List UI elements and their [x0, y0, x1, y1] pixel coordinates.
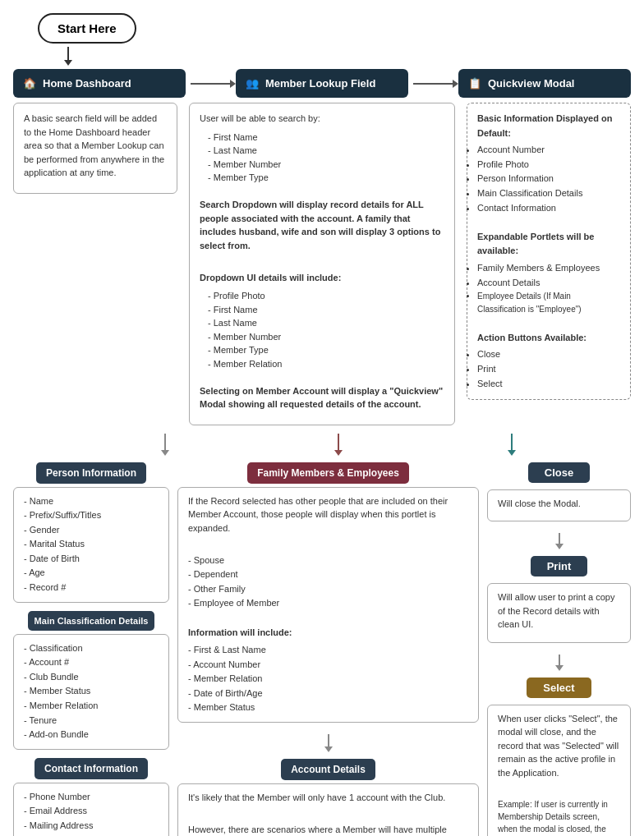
quickview-desc-box: Basic Information Displayed on Default: … — [467, 103, 631, 400]
family-info-title: Information will include: — [188, 626, 468, 640]
select-action: Select When user clicks "Select", the mo… — [487, 678, 631, 837]
family-type: Other Family — [188, 582, 468, 597]
member-search-list: First Name Last Name Member Number Membe… — [200, 131, 444, 185]
search-item: Member Number — [208, 158, 444, 172]
ui-item: First Name — [208, 303, 444, 317]
family-info-item: Account Number — [188, 658, 468, 673]
close-desc: Will close the Modal. — [498, 497, 620, 511]
qv-basic-list: Account Number Profile Photo Person Info… — [477, 143, 620, 215]
member-dropdown-desc: Search Dropdown will display record deta… — [200, 198, 444, 252]
left-column: Person Information Name Prefix/Suffix/Ti… — [13, 462, 169, 837]
select-button-label: Select — [527, 678, 591, 698]
family-members-box: If the Record selected has other people … — [177, 487, 479, 723]
top-level-row: 🏠 Home Dashboard 👥 Member Lookup Field 📋… — [13, 69, 631, 98]
contact-item: Mailing Address — [24, 819, 159, 834]
contact-item: Email Address — [24, 804, 159, 819]
qv-action-item: Select — [477, 377, 620, 392]
contact-item: Phone Number — [24, 790, 159, 805]
family-members-header: Family Members & Employees — [247, 462, 409, 484]
person-info-item: Gender — [24, 523, 159, 538]
person-info-item: Prefix/Suffix/Titles — [24, 508, 159, 523]
classification-item: Add-on Bundle — [24, 728, 159, 742]
person-info-box: Name Prefix/Suffix/Titles Gender Marital… — [13, 487, 169, 603]
close-desc-box: Will close the Modal. — [487, 489, 631, 522]
qv-basic-item: Person Information — [477, 172, 620, 186]
classification-item: Account # — [24, 655, 159, 670]
family-info-item: Member Relation — [188, 672, 468, 687]
qv-basic-item: Main Classification Details — [477, 186, 620, 201]
select-desc: When user clicks "Select", the modal wil… — [498, 712, 620, 780]
start-here-label: Start Here — [38, 13, 136, 44]
print-desc: Will allow user to print a copy of the R… — [498, 590, 620, 632]
account-details-header: Account Details — [281, 759, 375, 780]
member-ui-list: Profile Photo First Name Last Name Membe… — [200, 289, 444, 370]
member-lookup-header: 👥 Member Lookup Field — [236, 69, 408, 98]
quickview-modal-label: Quickview Modal — [488, 77, 574, 90]
classification-item: Classification — [24, 641, 159, 656]
top-desc-row: A basic search field will be added to th… — [13, 103, 631, 425]
main-classification-header: Main Classification Details — [28, 611, 155, 631]
family-info-item: First & Last Name — [188, 643, 468, 658]
member-ui-title: Dropdown UI details will include: — [200, 271, 444, 285]
family-members-section: Family Members & Employees If the Record… — [177, 462, 479, 723]
family-type-list: Spouse Dependent Other Family Employee o… — [188, 554, 468, 611]
qv-expandable-item: Family Members & Employees — [477, 261, 620, 276]
contact-info-header: Contact Information — [34, 758, 148, 779]
account-desc1: It's likely that the Member will only ha… — [188, 791, 468, 805]
home-dashboard-header: 🏠 Home Dashboard — [13, 69, 186, 98]
member-lookup-label: Member Lookup Field — [265, 77, 375, 90]
family-info-item: Date of Birth/Age — [188, 687, 468, 701]
qv-basic-item: Account Number — [477, 143, 620, 158]
qv-expandable-list: Family Members & Employees Account Detai… — [477, 261, 620, 316]
search-item: Member Type — [208, 171, 444, 185]
person-info-item: Marital Status — [24, 537, 159, 552]
qv-action-title: Action Buttons Available: — [477, 331, 620, 346]
ui-item: Member Number — [208, 330, 444, 344]
right-column: Close Will close the Modal. Print Will a… — [487, 462, 631, 837]
print-button-label: Print — [531, 556, 588, 576]
member-icon: 👥 — [246, 77, 259, 90]
main-classification-box: Classification Account # Club Bundle Mem… — [13, 634, 169, 750]
member-search-title: User will be able to search by: — [200, 112, 444, 126]
classification-item: Member Relation — [24, 699, 159, 714]
qv-action-item: Close — [477, 347, 620, 362]
print-action: Print Will allow user to print a copy of… — [487, 556, 631, 643]
family-info-item: Member Status — [188, 700, 468, 715]
person-info-item: Age — [24, 566, 159, 581]
member-desc-box: User will be able to search by: First Na… — [189, 103, 455, 425]
main-classification-section: Main Classification Details Classificati… — [13, 611, 169, 750]
account-details-section: Account Details It's likely that the Mem… — [177, 759, 479, 836]
search-item: Last Name — [208, 144, 444, 158]
person-info-header: Person Information — [36, 462, 146, 484]
person-info-section: Person Information Name Prefix/Suffix/Ti… — [13, 462, 169, 603]
ui-item: Profile Photo — [208, 289, 444, 303]
start-arrow — [67, 47, 631, 66]
person-info-item: Record # — [24, 581, 159, 595]
three-arrows-row — [13, 434, 631, 456]
ui-item: Member Relation — [208, 357, 444, 371]
member-select-desc: Selecting on Member Account will display… — [200, 384, 444, 411]
arrow-left — [161, 434, 169, 456]
arrow-right-col — [508, 434, 516, 456]
contact-info-box: Phone Number Email Address Mailing Addre… — [13, 783, 169, 836]
search-item: First Name — [208, 131, 444, 145]
contact-info-list: Phone Number Email Address Mailing Addre… — [24, 790, 159, 834]
main-classification-list: Classification Account # Club Bundle Mem… — [24, 641, 159, 742]
page-container: Start Here 🏠 Home Dashboard 👥 Member Loo… — [0, 0, 644, 836]
qv-basic-item: Contact Information — [477, 201, 620, 216]
home-desc-box: A basic search field will be added to th… — [13, 103, 177, 194]
family-type: Employee of Member — [188, 596, 468, 611]
quickview-modal-header: 📋 Quickview Modal — [458, 69, 631, 98]
account-details-box: It's likely that the Member will only ha… — [177, 783, 479, 836]
select-desc-box: When user clicks "Select", the modal wil… — [487, 705, 631, 837]
qv-action-item: Print — [477, 362, 620, 377]
mid-column: Family Members & Employees If the Record… — [177, 462, 479, 837]
qv-expandable-title: Expandable Portlets will be available: — [477, 230, 620, 259]
contact-info-section: Contact Information Phone Number Email A… — [13, 758, 169, 836]
person-info-list: Name Prefix/Suffix/Titles Gender Marital… — [24, 494, 159, 595]
close-button-label: Close — [528, 462, 590, 483]
person-info-item: Date of Birth — [24, 552, 159, 567]
qv-action-list: Close Print Select — [477, 347, 620, 391]
family-type: Spouse — [188, 554, 468, 568]
arrow-mid — [334, 434, 343, 456]
